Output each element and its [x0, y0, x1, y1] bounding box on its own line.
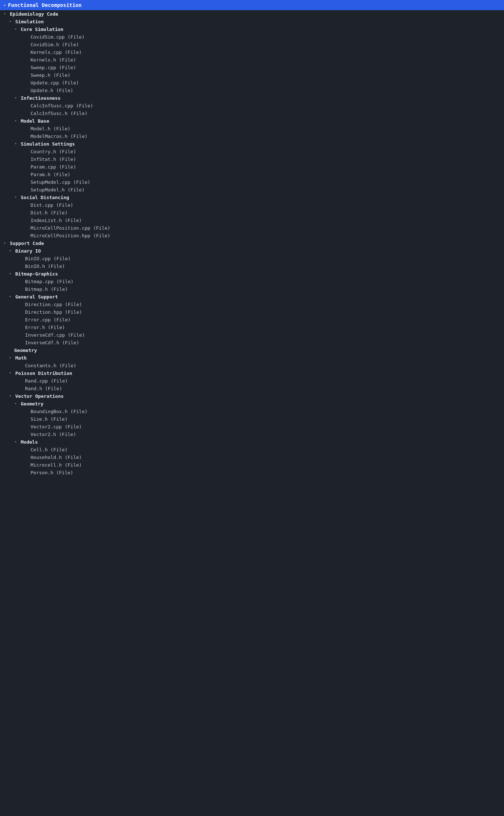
file-sweep-h[interactable]: Sweep.h (File)	[0, 71, 504, 79]
geometry-item[interactable]: Geometry	[0, 346, 504, 354]
support-code-item[interactable]: Support Code	[0, 239, 504, 247]
file-covidsim-h[interactable]: CovidSim.h (File)	[0, 41, 504, 48]
file-binio-h[interactable]: BinIO.h (File)	[0, 262, 504, 270]
file-direction-cpp[interactable]: Direction.cpp (File)	[0, 301, 504, 308]
header-chevron-icon: ▾	[4, 3, 6, 7]
file-label: Rand.cpp (File)	[25, 378, 68, 384]
file-person-h[interactable]: Person.h (File)	[0, 469, 504, 476]
file-inversecdf-cpp[interactable]: InverseCdf.cpp (File)	[0, 331, 504, 339]
infectiousness-item[interactable]: Infectiousness	[0, 94, 504, 102]
file-rand-cpp[interactable]: Rand.cpp (File)	[0, 377, 504, 385]
file-country-h[interactable]: Country.h (File)	[0, 148, 504, 155]
file-household-h[interactable]: Household.h (File)	[0, 453, 504, 461]
file-label: InverseCdf.h (File)	[25, 340, 79, 345]
file-label: Sweep.h (File)	[31, 72, 71, 78]
file-label: Rand.h (File)	[25, 386, 62, 391]
geometry-label: Geometry	[14, 348, 37, 353]
model-base-item[interactable]: Model Base	[0, 117, 504, 125]
file-bitmap-h[interactable]: Bitmap.h (File)	[0, 285, 504, 293]
header[interactable]: ▾ Functional Decomposition	[0, 0, 504, 10]
simulation-settings-item[interactable]: Simulation Settings	[0, 140, 504, 148]
file-label: Kernels.h (File)	[31, 57, 76, 63]
simulation-item[interactable]: Simulation	[0, 18, 504, 25]
file-bitmap-cpp[interactable]: Bitmap.cpp (File)	[0, 278, 504, 285]
file-update-cpp[interactable]: Update.cpp (File)	[0, 79, 504, 87]
model-base-label: Model Base	[21, 118, 49, 124]
file-model-h[interactable]: Model.h (File)	[0, 125, 504, 132]
core-simulation-item[interactable]: Core Simulation	[0, 25, 504, 33]
file-binio-cpp[interactable]: BinIO.cpp (File)	[0, 255, 504, 262]
social-distancing-chevron-icon	[15, 195, 20, 200]
file-update-h[interactable]: Update.h (File)	[0, 87, 504, 94]
file-covidsim-cpp[interactable]: CovidSim.cpp (File)	[0, 33, 504, 41]
models-item[interactable]: Models	[0, 438, 504, 446]
file-setupmodel-cpp[interactable]: SetupModel.cpp (File)	[0, 178, 504, 186]
file-label: Dist.cpp (File)	[31, 202, 73, 208]
infectiousness-label: Infectiousness	[21, 95, 61, 101]
file-calcinfsusc-h[interactable]: CalcInfSusc.h (File)	[0, 110, 504, 117]
file-vector2-h[interactable]: Vector2.h (File)	[0, 431, 504, 438]
file-microcellposition-cpp[interactable]: MicroCellPosition.cpp (File)	[0, 224, 504, 232]
file-constants-h[interactable]: Constants.h (File)	[0, 362, 504, 369]
general-support-item[interactable]: General Support	[0, 293, 504, 301]
file-dist-cpp[interactable]: Dist.cpp (File)	[0, 201, 504, 209]
file-label: Vector2.h (File)	[31, 432, 76, 437]
file-size-h[interactable]: Size.h (File)	[0, 415, 504, 423]
tree-container: ▾ Functional Decomposition Epidemiology …	[0, 0, 504, 476]
infectiousness-chevron-icon	[15, 96, 20, 101]
file-cell-h[interactable]: Cell.h (File)	[0, 446, 504, 453]
file-label: SetupModel.h (File)	[31, 187, 85, 193]
file-sweep-cpp[interactable]: Sweep.cpp (File)	[0, 64, 504, 71]
file-indexlist-h[interactable]: IndexList.h (File)	[0, 217, 504, 224]
file-vector2-cpp[interactable]: Vector2.cpp (File)	[0, 423, 504, 431]
file-label: Person.h (File)	[31, 470, 73, 475]
file-dist-h[interactable]: Dist.h (File)	[0, 209, 504, 217]
file-label: InfStat.h (File)	[31, 157, 76, 162]
file-rand-h[interactable]: Rand.h (File)	[0, 385, 504, 392]
file-kernels-h[interactable]: Kernels.h (File)	[0, 56, 504, 64]
file-label: BinIO.cpp (File)	[25, 256, 71, 261]
file-param-h[interactable]: Param.h (File)	[0, 171, 504, 178]
model-base-chevron-icon	[15, 119, 20, 124]
file-boundingbox-h[interactable]: BoundingBox.h (File)	[0, 408, 504, 415]
file-infstat-h[interactable]: InfStat.h (File)	[0, 155, 504, 163]
geometry2-item[interactable]: Geometry	[0, 400, 504, 408]
file-microcellposition-hpp[interactable]: MicroCellPosition.hpp (File)	[0, 232, 504, 239]
file-calcinfsusc-cpp[interactable]: CalcInfSusc.cpp (File)	[0, 102, 504, 110]
file-label: CalcInfSusc.cpp (File)	[31, 103, 93, 108]
social-distancing-item[interactable]: Social Distancing	[0, 194, 504, 201]
epidemiology-chevron-icon	[4, 12, 9, 17]
file-inversecdf-h[interactable]: InverseCdf.h (File)	[0, 339, 504, 346]
file-label: Kernels.cpp (File)	[31, 49, 82, 55]
vector-operations-chevron-icon	[9, 394, 14, 399]
file-modelmacros-h[interactable]: ModelMacros.h (File)	[0, 132, 504, 140]
simulation-settings-label: Simulation Settings	[21, 141, 75, 147]
file-label: Model.h (File)	[31, 126, 71, 131]
file-label: BoundingBox.h (File)	[31, 409, 88, 414]
core-simulation-label: Core Simulation	[21, 27, 63, 32]
binary-io-item[interactable]: Binary IO	[0, 247, 504, 255]
support-code-label: Support Code	[10, 241, 44, 246]
geometry2-label: Geometry	[21, 401, 44, 407]
file-label: SetupModel.cpp (File)	[31, 179, 90, 185]
simulation-label: Simulation	[15, 19, 44, 24]
file-label: CalcInfSusc.h (File)	[31, 111, 88, 116]
bitmap-graphics-item[interactable]: Bitmap-Graphics	[0, 270, 504, 278]
file-kernels-cpp[interactable]: Kernels.cpp (File)	[0, 48, 504, 56]
file-label: IndexList.h (File)	[31, 218, 82, 223]
epidemiology-code-item[interactable]: Epidemiology Code	[0, 10, 504, 18]
file-microcell-h[interactable]: Microcell.h (File)	[0, 461, 504, 469]
file-error-h[interactable]: Error.h (File)	[0, 324, 504, 331]
file-setupmodel-h[interactable]: SetupModel.h (File)	[0, 186, 504, 194]
file-param-cpp[interactable]: Param.cpp (File)	[0, 163, 504, 171]
bitmap-graphics-label: Bitmap-Graphics	[15, 271, 58, 277]
math-chevron-icon	[9, 356, 14, 361]
file-direction-hpp[interactable]: Direction.hpp (File)	[0, 308, 504, 316]
file-error-cpp[interactable]: Error.cpp (File)	[0, 316, 504, 324]
file-label: Sweep.cpp (File)	[31, 65, 76, 70]
math-item[interactable]: Math	[0, 354, 504, 362]
poisson-distribution-item[interactable]: Poisson Distribution	[0, 369, 504, 377]
vector-operations-item[interactable]: Vector Operations	[0, 392, 504, 400]
file-label: Param.h (File)	[31, 172, 71, 177]
file-label: Constants.h (File)	[25, 363, 76, 368]
